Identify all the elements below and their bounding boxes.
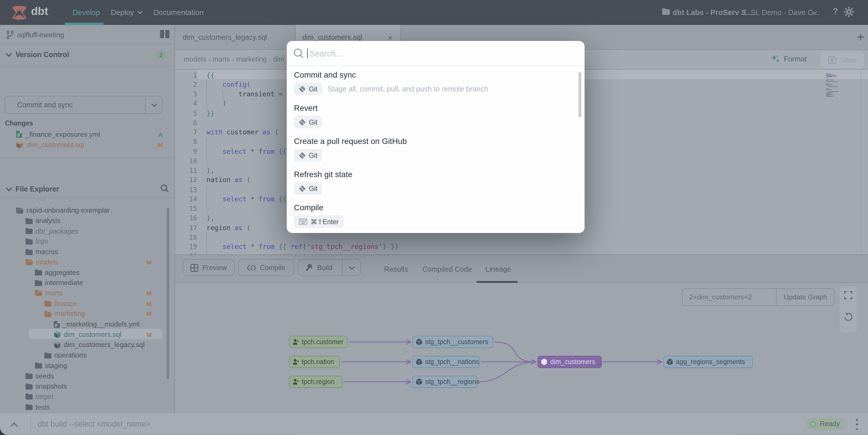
model-icon (16, 141, 23, 148)
modified-badge: M (147, 290, 152, 297)
commit-and-sync-button[interactable]: Commit and sync (4, 96, 163, 114)
nav-deploy[interactable]: Deploy (111, 0, 143, 25)
lineage-node-stg_tpch__nations[interactable]: stg_tpch__nations (412, 356, 480, 368)
code-line: ), (207, 166, 215, 176)
lineage-node-stg_tpch__customers[interactable]: stg_tpch__customers (412, 336, 493, 348)
changed-file-row[interactable]: _finance_exposures.ymlA (0, 129, 175, 139)
file-status-badge: M (158, 141, 163, 148)
palette-search-input[interactable]: Search... (309, 49, 343, 58)
tree-item-dim-customers-sql[interactable]: dim_customers.sqlM (0, 330, 166, 340)
environment-chevron-icon[interactable] (811, 11, 817, 15)
minimap-line (826, 85, 832, 85)
tree-item-tests[interactable]: tests (0, 402, 166, 412)
search-icon[interactable] (160, 184, 169, 193)
tree-item-operations[interactable]: operations (0, 350, 166, 361)
file-explorer-chevron-icon[interactable] (5, 187, 12, 191)
tree-item-macros[interactable]: macros (0, 247, 166, 257)
tree-item-marts[interactable]: martsM (0, 288, 166, 299)
tab-lineage[interactable]: Lineage (485, 255, 511, 283)
tree-item-target[interactable]: target (0, 392, 166, 402)
minimap[interactable] (826, 73, 843, 98)
tree-item-dbt-packages[interactable]: dbt_packages (0, 226, 166, 236)
tree-item-finance[interactable]: financeM (0, 299, 166, 309)
line-number: 10 (180, 156, 197, 166)
tree-item-analysis[interactable]: analysis (0, 216, 166, 226)
format-button[interactable]: Format (771, 54, 807, 64)
preview-button[interactable]: Preview (183, 259, 235, 276)
tab-results[interactable]: Results (384, 255, 408, 283)
tree-item-staging[interactable]: staging (0, 361, 166, 371)
palette-item-create-a-pull-request-on-github[interactable]: Create a pull request on GitHubGit (287, 136, 575, 168)
lineage-node-label: tpch.region (302, 378, 335, 386)
lineage-node-tpch.nation[interactable]: tpch.nation (289, 356, 340, 368)
modified-badge: M (147, 259, 152, 266)
palette-item-refresh-git-state[interactable]: Refresh git stateGit (287, 169, 575, 201)
tree-item-dim-customers-legacy-sql[interactable]: dim_customers_legacy.sql (0, 340, 166, 350)
kebab-menu-icon[interactable] (853, 419, 861, 430)
changed-file-row[interactable]: dim_customers.sqlM (0, 139, 175, 150)
project-name[interactable]: dbt Labs - ProServ S... (673, 8, 752, 17)
indent-guide (207, 233, 207, 254)
compile-button[interactable]: Compile (238, 259, 294, 276)
nav-develop[interactable]: Develop (72, 0, 100, 25)
line-number: 9 (180, 147, 197, 156)
palette-item-revert[interactable]: RevertGit (287, 103, 575, 135)
lineage-node-tpch.customer[interactable]: tpch.customer (289, 336, 347, 348)
build-options-chevron[interactable] (342, 259, 361, 276)
lineage-node-agg_regions_segments[interactable]: agg_regions_segments (663, 356, 753, 368)
tree-item-logs[interactable]: logs (0, 236, 166, 247)
folder-icon (25, 373, 33, 379)
folder-icon (25, 383, 33, 390)
file-tree-scrollbar[interactable] (166, 208, 169, 379)
tree-item-marketing[interactable]: marketingM (0, 309, 166, 319)
branch-name[interactable]: sqlfluff-meeting (17, 31, 64, 39)
tab-compiled-code[interactable]: Compiled Code (423, 255, 472, 283)
lineage-node-dim_customers[interactable]: dim_customers (537, 356, 602, 368)
build-button[interactable]: Build (298, 259, 361, 276)
bottom-pane-header: Preview Compile Build Results Compiled C… (175, 254, 868, 283)
line-number: 16 (180, 214, 197, 223)
editor-tab-dim_customers_legacy.sql[interactable]: dim_customers_legacy.sql (175, 25, 295, 50)
palette-item-commit-and-sync[interactable]: Commit and syncGitStage all, commit, pul… (287, 70, 575, 102)
expand-console-chevron-icon[interactable] (10, 422, 19, 427)
help-icon[interactable]: ? (833, 7, 838, 17)
reset-view-icon[interactable] (844, 313, 853, 322)
tree-item-aggregates[interactable]: aggregates (0, 268, 166, 278)
gear-icon[interactable] (844, 7, 854, 17)
lineage-node-tpch.region[interactable]: tpch.region (289, 376, 343, 388)
tree-item-rapid-onboarding-exemplar[interactable]: rapid-onboarding-exemplar (0, 206, 166, 216)
version-control-chevron-icon[interactable] (5, 53, 12, 57)
commit-options-chevron[interactable] (145, 96, 162, 113)
save-button[interactable]: Save (821, 51, 864, 68)
breadcrumb-segment[interactable]: models (184, 55, 206, 63)
new-tab-plus-icon[interactable] (855, 29, 867, 45)
nav-documentation[interactable]: Documentation (153, 0, 204, 25)
changed-file-name: dim_customers.sql (27, 141, 84, 149)
tree-item-snapshots[interactable]: snapshots (0, 381, 166, 392)
lineage-node-stg_tpch__regions[interactable]: stg_tpch__regions (412, 376, 477, 388)
environment-name[interactable]: SL Demo - Dave C... (750, 8, 819, 17)
command-input[interactable]: dbt build --select <model_name> (37, 420, 150, 428)
file-tree: rapid-onboarding-exemplaranalysisdbt_pac… (0, 202, 175, 435)
lineage-selector-input[interactable]: 2+dim_customers+2 (682, 289, 776, 306)
breadcrumb-segment[interactable]: marketing (236, 55, 267, 63)
version-control-title[interactable]: Version Control (16, 51, 69, 59)
fullscreen-icon[interactable] (844, 291, 853, 300)
docs-book-icon[interactable] (160, 30, 169, 38)
tree-item-seeds[interactable]: seeds (0, 371, 166, 381)
close-tab-icon[interactable]: × (388, 33, 393, 42)
tree-item--marketing-models-yml[interactable]: _marketing__models.yml (0, 319, 166, 330)
palette-scrollbar[interactable] (579, 72, 582, 117)
editor-scrollbar-track[interactable] (861, 70, 861, 255)
update-graph-button[interactable]: Update Graph (776, 289, 834, 306)
minimap-line (826, 84, 829, 84)
tree-item-models[interactable]: modelsM (0, 257, 166, 268)
file-explorer-title[interactable]: File Explorer (16, 185, 59, 193)
minimap-line (826, 89, 829, 89)
model-icon (54, 331, 61, 338)
code-line: ) (207, 99, 226, 109)
tree-item-intermediate[interactable]: intermediate (0, 278, 166, 288)
palette-item-compile[interactable]: Compile⌘⇧Enter (287, 203, 575, 233)
dbt-logo-icon[interactable] (11, 4, 28, 21)
breadcrumb-segment[interactable]: marts (213, 55, 230, 63)
